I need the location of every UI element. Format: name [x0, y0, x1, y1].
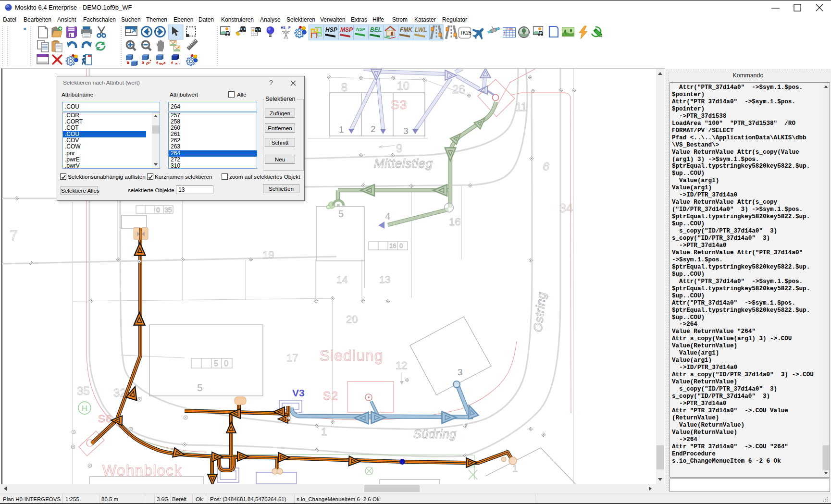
svg-text:14: 14 — [336, 274, 348, 285]
svg-text:Wohnblock: Wohnblock — [102, 462, 182, 479]
svg-text:V3: V3 — [292, 387, 305, 398]
svg-text:H: H — [82, 405, 87, 413]
svg-text:0: 0 — [156, 206, 160, 214]
svg-text:S3: S3 — [391, 98, 408, 112]
svg-text:Siedlung: Siedlung — [320, 347, 384, 364]
svg-text:S2: S2 — [323, 389, 338, 402]
svg-text:13: 13 — [379, 274, 390, 285]
svg-text:8: 8 — [341, 81, 347, 94]
svg-text:NSP: NSP — [356, 27, 366, 32]
svg-text:3: 3 — [403, 126, 409, 136]
svg-text:10: 10 — [397, 80, 409, 92]
svg-text:35: 35 — [164, 206, 172, 214]
svg-text:HSP: HSP — [325, 26, 338, 33]
svg-text:MSP: MSP — [340, 26, 353, 33]
svg-text:BEL: BEL — [370, 26, 382, 33]
svg-text:12: 12 — [396, 359, 407, 371]
svg-text:LWL: LWL — [415, 26, 427, 33]
svg-text:Ostring: Ostring — [531, 291, 548, 333]
svg-text:3: 3 — [458, 367, 463, 377]
svg-text:4: 4 — [385, 211, 390, 221]
svg-text:9: 9 — [396, 142, 402, 155]
svg-text:5: 5 — [214, 359, 218, 368]
svg-text:26: 26 — [452, 83, 465, 96]
svg-text:0: 0 — [399, 242, 403, 249]
svg-text:1: 1 — [321, 426, 327, 438]
svg-text:16: 16 — [389, 242, 396, 249]
svg-text:2: 2 — [371, 124, 376, 134]
svg-text:7: 7 — [10, 227, 18, 243]
svg-text:FMK: FMK — [400, 26, 413, 33]
svg-text:17: 17 — [286, 352, 298, 364]
svg-text:TK25: TK25 — [460, 30, 471, 36]
svg-text:»: » — [23, 25, 26, 32]
svg-text:20: 20 — [346, 313, 358, 325]
svg-text:Mittelstieg: Mittelstieg — [374, 156, 433, 171]
svg-text:34: 34 — [559, 201, 573, 215]
svg-text:Südring: Südring — [413, 427, 457, 441]
svg-text:B: B — [510, 27, 512, 30]
svg-text:S6: S6 — [98, 413, 112, 425]
svg-text:1: 1 — [339, 124, 344, 135]
svg-text:5: 5 — [197, 382, 203, 393]
svg-text:0: 0 — [224, 359, 228, 368]
svg-text:11: 11 — [515, 100, 527, 113]
svg-text:19: 19 — [262, 249, 274, 261]
svg-text:A: A — [507, 27, 509, 30]
svg-text:16: 16 — [449, 216, 460, 228]
svg-text:HS - P: HS - P — [281, 26, 291, 29]
svg-text:6: 6 — [542, 159, 551, 173]
svg-text:5: 5 — [338, 209, 344, 219]
svg-text:35: 35 — [77, 384, 90, 397]
